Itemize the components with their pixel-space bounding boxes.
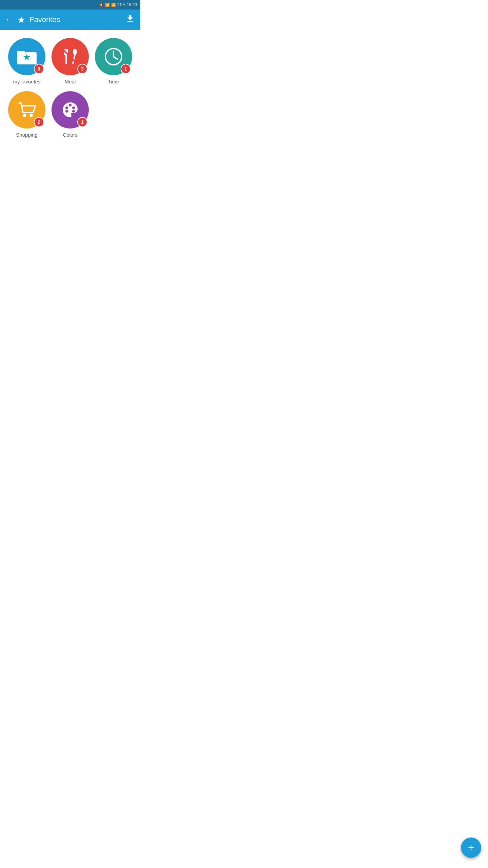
svg-point-15 xyxy=(69,104,72,106)
star-icon: ★ xyxy=(17,14,25,25)
svg-point-6 xyxy=(73,49,77,55)
wifi-icon: 📶 xyxy=(105,3,110,7)
time-circle: 1 xyxy=(95,38,132,75)
svg-point-17 xyxy=(72,110,75,113)
back-button[interactable]: ← xyxy=(5,15,13,24)
my-favorites-circle: 9 xyxy=(8,38,45,75)
category-colors[interactable]: 1 Colors xyxy=(50,91,90,138)
app-bar: ← ★ Favorites xyxy=(0,9,140,30)
svg-point-16 xyxy=(72,106,75,109)
colors-label: Colors xyxy=(63,132,77,138)
category-meal[interactable]: 3 Meal xyxy=(50,38,90,84)
colors-badge: 1 xyxy=(77,117,87,127)
category-my-favorites[interactable]: 9 my favorites xyxy=(7,38,47,84)
shopping-badge: 2 xyxy=(34,117,44,127)
shopping-circle: 2 xyxy=(8,91,45,129)
shopping-label: Shopping xyxy=(16,132,37,138)
status-icons: 🔇 📶 📶 21% 15:20 xyxy=(99,2,137,7)
meal-circle: 3 xyxy=(52,38,89,75)
mute-icon: 🔇 xyxy=(99,3,104,7)
svg-point-14 xyxy=(65,106,68,109)
category-grid: 9 my favorites 3 xyxy=(7,38,134,138)
my-favorites-badge: 9 xyxy=(34,64,44,74)
signal-icon: 📶 xyxy=(111,3,116,7)
svg-point-18 xyxy=(65,110,68,113)
content-area: 9 my favorites 3 xyxy=(0,30,140,153)
my-favorites-label: my favorites xyxy=(13,79,41,84)
time-label: Time xyxy=(108,79,119,84)
svg-point-13 xyxy=(29,114,33,117)
svg-rect-1 xyxy=(17,51,25,54)
page-title: Favorites xyxy=(29,15,121,24)
meal-label: Meal xyxy=(65,79,76,84)
svg-line-11 xyxy=(114,57,118,59)
time-badge: 1 xyxy=(121,64,131,74)
svg-point-12 xyxy=(23,114,26,117)
category-time[interactable]: 1 Time xyxy=(94,38,134,84)
download-button[interactable] xyxy=(125,14,135,25)
status-bar: 🔇 📶 📶 21% 15:20 xyxy=(0,0,140,9)
battery-text: 21% xyxy=(117,2,125,7)
meal-badge: 3 xyxy=(77,64,87,74)
colors-circle: 1 xyxy=(52,91,89,129)
category-shopping[interactable]: 2 Shopping xyxy=(7,91,47,138)
time-text: 15:20 xyxy=(127,2,137,7)
